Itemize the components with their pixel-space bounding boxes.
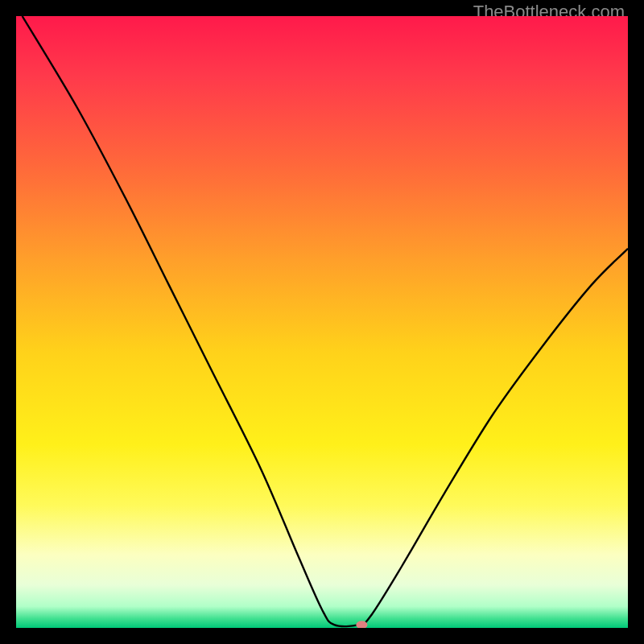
chart-frame: TheBottleneck.com: [0, 0, 644, 644]
gradient-background: [16, 16, 628, 628]
plot-area: [16, 16, 628, 628]
chart-svg: [16, 16, 628, 628]
